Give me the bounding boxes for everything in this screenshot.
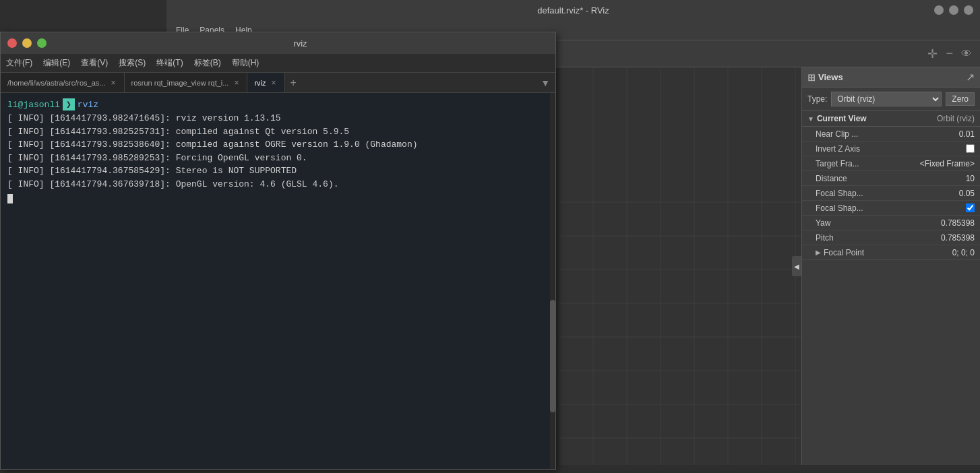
terminal-body[interactable]: li@jasonli ❯ rviz [ INFO] [1614417793.98… [1, 93, 555, 469]
menu-file-zh[interactable]: 文件(F) [6, 57, 32, 69]
tab-3-close[interactable]: × [270, 78, 278, 88]
focal-shape2-row: Focal Shap... [802, 201, 980, 216]
yaw-value: 0.785398 [941, 218, 975, 228]
terminal-tabs: /home/li/ws/astra/src/ros_as... × rosrun… [1, 73, 555, 93]
focal-point-row: ▶ Focal Point 0; 0; 0 [802, 245, 980, 260]
prompt-command: rviz [78, 100, 98, 110]
focal-shape2-checkbox[interactable] [966, 203, 975, 212]
tab-2[interactable]: rosrun rqt_image_view rqt_i... × [125, 73, 248, 92]
target-frame-row: Target Fra... <Fixed Frame> [802, 156, 980, 171]
target-frame-value: <Fixed Frame> [920, 159, 975, 168]
current-view-section: ▼ Current View Orbit (rviz) Near Clip ..… [802, 111, 980, 260]
tab-3-label: rviz [254, 79, 266, 87]
add-icon[interactable]: ✛ [925, 45, 940, 63]
rviz-title: default.rviz* - RViz [537, 5, 609, 15]
remove-icon[interactable]: − [943, 45, 956, 62]
distance-label: Distance [816, 174, 966, 183]
terminal-title: rviz [52, 38, 549, 49]
views-panel-title: ⊞ Views [807, 72, 843, 83]
focal-point-expand-icon[interactable]: ▶ [816, 249, 821, 256]
current-view-type-label: Orbit (rviz) [937, 114, 975, 123]
views-panel-icon: ⊞ [807, 72, 816, 83]
focal-shape2-label: Focal Shap... [816, 203, 966, 213]
distance-row: Distance 10 [802, 171, 980, 186]
views-type-select[interactable]: Orbit (rviz) [831, 92, 942, 106]
cursor-line [7, 193, 549, 203]
yaw-label: Yaw [816, 218, 941, 228]
tab-1-label: /home/li/ws/astra/src/ros_as... [7, 79, 106, 87]
current-view-arrow-icon: ▼ [807, 115, 814, 123]
views-collapse-handle[interactable]: ◀ [792, 256, 801, 276]
invert-z-label: Invert Z Axis [816, 144, 966, 154]
views-type-row: Type: Orbit (rviz) Zero [802, 88, 980, 111]
focal-shape1-row: Focal Shap... 0.05 [802, 186, 980, 201]
terminal-maximize-button[interactable] [37, 38, 47, 48]
rviz-titlebar: default.rviz* - RViz [166, 0, 980, 20]
menu-tabs-zh[interactable]: 标签(B) [194, 57, 221, 69]
tab-2-close[interactable]: × [233, 78, 240, 88]
eye-icon[interactable]: 👁 [958, 46, 975, 61]
near-clip-label: Near Clip ... [816, 129, 959, 139]
menu-help-zh[interactable]: 帮助(H) [232, 57, 259, 69]
tab-1-close[interactable]: × [110, 78, 117, 88]
current-view-header: ▼ Current View Orbit (rviz) [802, 111, 980, 127]
views-title-text: Views [818, 72, 843, 82]
log-line-2: [ INFO] [1614417793.982538640]: compiled… [7, 138, 549, 152]
menu-view-zh[interactable]: 查看(V) [81, 57, 108, 69]
log-line-5: [ INFO] [1614417794.367639718]: OpenGL v… [7, 178, 549, 191]
focal-point-label: Focal Point [824, 248, 952, 257]
log-line-0: [ INFO] [1614417793.982471645]: rviz ver… [7, 112, 549, 125]
invert-z-row: Invert Z Axis [802, 141, 980, 156]
terminal-minimize-button[interactable] [22, 38, 32, 48]
log-line-3: [ INFO] [1614417793.985289253]: Forcing … [7, 152, 549, 165]
terminal-scrollbar-thumb[interactable] [550, 300, 555, 412]
views-panel-header: ⊞ Views ↗ [802, 67, 980, 88]
views-zero-button[interactable]: Zero [946, 92, 975, 106]
distance-value: 10 [966, 174, 975, 183]
menu-search-zh[interactable]: 搜索(S) [119, 57, 146, 69]
focal-point-value: 0; 0; 0 [952, 248, 975, 257]
pitch-row: Pitch 0.785398 [802, 230, 980, 245]
maximize-button[interactable] [949, 5, 958, 15]
menu-terminal-zh[interactable]: 终端(T) [156, 57, 183, 69]
terminal-close-button[interactable] [7, 38, 17, 48]
log-line-4: [ INFO] [1614417794.367585429]: Stereo i… [7, 164, 549, 178]
prompt-user: li@jasonli [7, 100, 60, 110]
tab-2-label: rosrun rqt_image_view rqt_i... [131, 79, 229, 87]
pitch-label: Pitch [816, 233, 941, 243]
current-view-label: Current View [817, 114, 867, 123]
pitch-value: 0.785398 [941, 233, 975, 243]
target-frame-label: Target Fra... [816, 159, 920, 168]
minimize-button[interactable] [934, 5, 944, 15]
yaw-row: Yaw 0.785398 [802, 216, 980, 230]
terminal-titlebar: rviz [1, 32, 555, 54]
tab-3[interactable]: rviz × [247, 73, 284, 92]
terminal-scrollbar[interactable] [550, 93, 555, 469]
new-tab-button[interactable]: + [285, 73, 302, 92]
close-button[interactable] [964, 5, 973, 15]
prompt-arrow: ❯ [63, 98, 75, 111]
tab-1[interactable]: /home/li/ws/astra/src/ros_as... × [1, 73, 125, 92]
views-expand-icon[interactable]: ↗ [966, 71, 975, 84]
terminal-window[interactable]: rviz 文件(F) 编辑(E) 查看(V) 搜索(S) 终端(T) 标签(B)… [0, 32, 556, 470]
invert-z-checkbox[interactable] [966, 144, 975, 153]
views-type-label: Type: [807, 94, 827, 104]
menu-edit-zh[interactable]: 编辑(E) [43, 57, 70, 69]
views-panel: ⊞ Views ↗ Type: Orbit (rviz) Zero ▼ Curr… [801, 67, 980, 465]
terminal-menubar: 文件(F) 编辑(E) 查看(V) 搜索(S) 终端(T) 标签(B) 帮助(H… [1, 54, 555, 73]
near-clip-row: Near Clip ... 0.01 [802, 127, 980, 141]
focal-shape1-label: Focal Shap... [816, 189, 959, 198]
tab-menu-button[interactable]: ▼ [535, 73, 555, 92]
log-line-1: [ INFO] [1614417793.982525731]: compiled… [7, 125, 549, 139]
terminal-prompt-line: li@jasonli ❯ rviz [7, 98, 549, 111]
focal-shape1-value: 0.05 [959, 189, 975, 198]
near-clip-value: 0.01 [959, 129, 975, 139]
terminal-cursor [7, 194, 13, 203]
